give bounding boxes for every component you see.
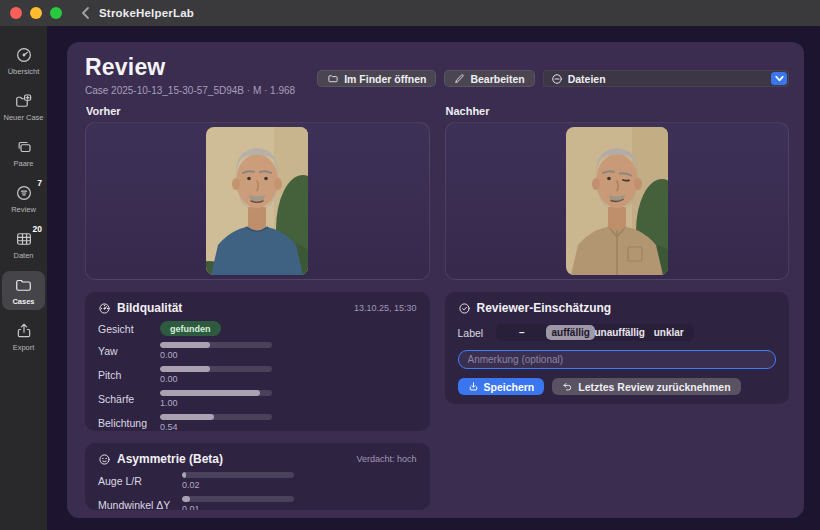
gauge-icon: [15, 46, 33, 64]
title-block: Review Case 2025-10-13_15-30-57_5D94B · …: [85, 54, 295, 96]
label-segmented-control: – auffällig unauffällig unklar: [496, 324, 694, 341]
sidebar-item-uebersicht[interactable]: Übersicht: [2, 41, 45, 80]
after-label: Nachher: [446, 105, 790, 117]
edit-button[interactable]: Bearbeiten: [444, 70, 534, 87]
yaw-bar-track: [160, 342, 272, 348]
segment-auffaellig[interactable]: auffällig: [546, 325, 595, 340]
minimize-window-button[interactable]: [30, 7, 42, 19]
note-input[interactable]: [458, 350, 777, 369]
folder-icon: [327, 73, 339, 84]
segment-unauffaellig[interactable]: unauffällig: [595, 325, 644, 340]
sharpness-value: 1.00: [160, 398, 272, 408]
pair-rects-icon: [15, 138, 33, 156]
label-row: Label – auffällig unauffällig unklar: [458, 324, 777, 341]
zoom-window-button[interactable]: [50, 7, 62, 19]
asymmetry-panel: Asymmetrie (Beta) Verdacht: hoch Auge L/…: [85, 443, 430, 510]
sidebar-item-neuer-case[interactable]: Neuer Case: [2, 87, 45, 126]
metric-bar-stack: 0.00: [160, 342, 272, 360]
gauge-icon: [98, 302, 111, 315]
image-quality-header: Bildqualität 13.10.25, 15:30: [98, 301, 417, 315]
sidebar-item-label: Übersicht: [8, 67, 40, 76]
yaw-value: 0.00: [160, 350, 272, 360]
metric-label: Pitch: [98, 369, 160, 381]
yaw-bar-fill: [160, 342, 210, 348]
pitch-bar-track: [160, 366, 272, 372]
suspicion-label: Verdacht: hoch: [356, 454, 416, 464]
review-card: Review Case 2025-10-13_15-30-57_5D94B · …: [67, 42, 804, 518]
folder-icon: [14, 276, 33, 294]
reviewer-panel: Reviewer-Einschätzung Label – auffällig …: [445, 292, 790, 404]
metric-row-exposure: Belichtung 0.54: [98, 414, 417, 431]
files-dropdown-label: Dateien: [568, 73, 606, 85]
sidebar-item-paare[interactable]: Paare: [2, 133, 45, 172]
metric-row-mouth: Mundwinkel ΔY 0.01: [98, 496, 417, 510]
metric-label: Yaw: [98, 345, 160, 357]
filter-circle-icon: [15, 184, 33, 202]
face-icon: [98, 453, 111, 466]
sidebar-item-review[interactable]: 7 Review: [2, 179, 45, 218]
files-dropdown-chevron-button[interactable]: [771, 72, 787, 85]
daten-badge: 20: [33, 224, 42, 234]
face-found-badge: gefunden: [160, 321, 221, 336]
metric-row-pitch: Pitch 0.00: [98, 366, 417, 384]
before-photo: [206, 127, 308, 275]
reviewer-title: Reviewer-Einschätzung: [477, 301, 612, 315]
case-subtitle: Case 2025-10-13_15-30-57_5D94B · M · 1.9…: [85, 85, 295, 96]
image-quality-panel: Bildqualität 13.10.25, 15:30 Gesicht gef…: [85, 292, 430, 431]
sidebar-item-export[interactable]: Export: [2, 317, 45, 356]
metric-bar-stack: 1.00: [160, 390, 272, 408]
mouth-value: 0.01: [182, 504, 294, 510]
metric-bar-stack: 0.54: [160, 414, 272, 431]
check-circle-icon: [458, 302, 471, 315]
sidebar-item-label: Paare: [13, 159, 33, 168]
after-portrait-illustration: [566, 127, 668, 275]
back-chevron-icon[interactable]: [80, 6, 91, 20]
eye-bar-track: [182, 472, 294, 478]
card-header: Review Case 2025-10-13_15-30-57_5D94B · …: [85, 54, 789, 96]
before-portrait-illustration: [206, 127, 308, 275]
metric-label: Mundwinkel ΔY: [98, 499, 182, 510]
reviewer-buttons: Speichern Letztes Review zurücknehmen: [458, 378, 777, 395]
files-dropdown[interactable]: Dateien: [543, 70, 789, 87]
sidebar: Übersicht Neuer Case Paare 7: [0, 26, 47, 530]
columns: Vorher: [85, 105, 789, 510]
before-photo-panel: [85, 122, 430, 280]
open-in-finder-button[interactable]: Im Finder öffnen: [317, 70, 436, 87]
sharpness-bar-fill: [160, 390, 260, 396]
image-quality-title: Bildqualität: [117, 301, 182, 315]
exposure-value: 0.54: [160, 422, 272, 431]
after-photo: [566, 127, 668, 275]
metric-label: Schärfe: [98, 393, 160, 405]
face-row: Gesicht gefunden: [98, 321, 417, 336]
sidebar-item-label: Review: [11, 205, 36, 214]
label-caption: Label: [458, 327, 484, 339]
share-icon: [15, 322, 33, 340]
sidebar-item-daten[interactable]: 20 Daten: [2, 225, 45, 264]
asymmetry-header: Asymmetrie (Beta) Verdacht: hoch: [98, 452, 417, 466]
exposure-bar-track: [160, 414, 272, 420]
eye-value: 0.02: [182, 480, 294, 490]
face-label: Gesicht: [98, 323, 160, 335]
sidebar-item-label: Export: [13, 343, 35, 352]
edit-label: Bearbeiten: [470, 73, 524, 85]
quality-timestamp: 13.10.25, 15:30: [354, 303, 417, 313]
undo-button-label: Letztes Review zurücknehmen: [578, 381, 730, 393]
metric-row-eye: Auge L/R 0.02: [98, 472, 417, 490]
pitch-bar-fill: [160, 366, 210, 372]
close-window-button[interactable]: [10, 7, 22, 19]
sidebar-item-label: Neuer Case: [3, 113, 43, 122]
folder-plus-icon: [14, 92, 33, 110]
review-badge: 7: [37, 178, 42, 188]
metric-label: Auge L/R: [98, 475, 182, 487]
save-button[interactable]: Speichern: [458, 378, 545, 395]
undo-last-review-button[interactable]: Letztes Review zurücknehmen: [552, 378, 740, 395]
traffic-lights: [10, 7, 62, 19]
segment-unklar[interactable]: unklar: [644, 325, 693, 340]
save-tray-icon: [468, 381, 479, 392]
asymmetry-title: Asymmetrie (Beta): [117, 452, 223, 466]
sidebar-item-cases[interactable]: Cases: [2, 271, 45, 310]
segment-none[interactable]: –: [497, 325, 546, 340]
minus-circle-icon: [551, 73, 563, 85]
page-title: Review: [85, 54, 295, 81]
metric-bar-stack: 0.01: [182, 496, 294, 510]
